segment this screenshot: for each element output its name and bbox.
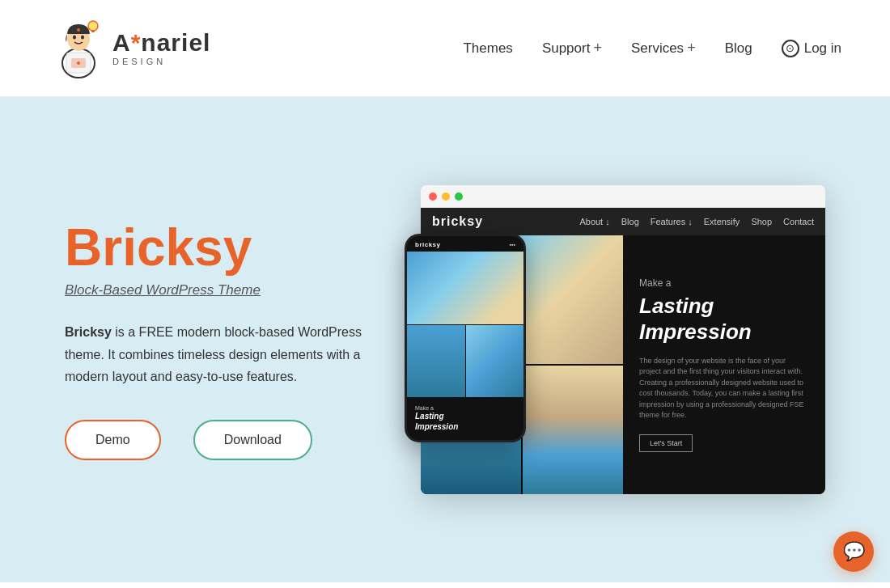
main-nav: Themes Support + Services + Blog ⊙ Log i… xyxy=(463,40,841,57)
hero-description: Bricksy is a FREE modern block-based Wor… xyxy=(65,321,388,387)
theme-nav-blog: Blog xyxy=(621,217,639,226)
theme-preview: bricksy About ↓ Blog Features ↓ Extensif… xyxy=(421,185,825,494)
mobile-pier-image xyxy=(466,325,524,398)
nav-item-services[interactable]: Services + xyxy=(631,40,696,57)
hero-subtitle: Block-Based WordPress Theme xyxy=(65,282,388,298)
chat-icon: 💬 xyxy=(843,541,865,562)
browser-minimize-dot xyxy=(442,192,450,201)
browser-maximize-dot xyxy=(455,192,463,201)
theme-nav-features: Features ↓ xyxy=(651,217,693,226)
desktop-cta-button[interactable]: Let's Start xyxy=(639,434,693,452)
mobile-tagline: Lasting Impression xyxy=(415,411,515,432)
svg-point-7 xyxy=(77,61,80,65)
nav-item-themes[interactable]: Themes xyxy=(463,40,512,57)
pier-image xyxy=(523,366,623,494)
hero-title: Bricksy xyxy=(65,219,388,276)
logo-tagline: DESIGN xyxy=(112,57,210,66)
logo-name: A*nariel xyxy=(112,31,210,55)
mobile-mockup: bricksy ▪▪▪ Make a Lasting Impression xyxy=(405,234,526,442)
mobile-status-bar: bricksy ▪▪▪ xyxy=(407,236,523,252)
svg-point-3 xyxy=(81,35,84,39)
browser-top-bar xyxy=(421,185,825,208)
mobile-make-label: Make a xyxy=(415,405,515,411)
theme-nav-links: About ↓ Blog Features ↓ Extensify Shop C… xyxy=(579,217,814,226)
hero-buttons: Demo Download xyxy=(65,420,388,460)
theme-hero-text-panel: Make a Lasting Impression The design of … xyxy=(623,235,825,494)
theme-nav-shop: Shop xyxy=(751,217,772,226)
theme-nav-about: About ↓ xyxy=(579,217,609,226)
mobile-status-icons: ▪▪▪ xyxy=(510,242,515,247)
mobile-beach-image xyxy=(407,252,523,324)
desktop-body-text: The design of your website is the face o… xyxy=(639,356,809,421)
desktop-tagline: Lasting Impression xyxy=(639,294,809,344)
logo-text: A*nariel DESIGN xyxy=(112,31,210,66)
hero-text-content: Bricksy Block-Based WordPress Theme Bric… xyxy=(65,219,388,460)
theme-brand-label: bricksy xyxy=(432,214,483,229)
demo-button[interactable]: Demo xyxy=(65,420,161,460)
site-header: A*nariel DESIGN Themes Support + Service… xyxy=(0,0,890,97)
mobile-caption: Make a Lasting Impression xyxy=(407,397,523,440)
hero-section: Bricksy Block-Based WordPress Theme Bric… xyxy=(0,97,890,582)
support-plus-icon: + xyxy=(593,40,602,57)
user-account-icon: ⊙ xyxy=(782,40,799,57)
svg-point-2 xyxy=(73,35,76,39)
mobile-bottom-images xyxy=(407,325,523,398)
nav-item-blog[interactable]: Blog xyxy=(725,40,752,57)
theme-navbar: bricksy About ↓ Blog Features ↓ Extensif… xyxy=(421,208,825,235)
svg-point-8 xyxy=(88,21,98,31)
theme-nav-extensify: Extensify xyxy=(704,217,740,226)
svg-point-4 xyxy=(77,28,80,32)
mobile-image-area xyxy=(407,252,523,397)
services-plus-icon: + xyxy=(687,40,696,57)
login-button[interactable]: ⊙ Log in xyxy=(782,40,841,57)
chat-bubble-button[interactable]: 💬 xyxy=(833,531,874,572)
browser-close-dot xyxy=(429,192,437,201)
nav-item-support[interactable]: Support + xyxy=(542,40,602,57)
theme-nav-contact: Contact xyxy=(783,217,814,226)
mobile-resort-image xyxy=(407,325,465,398)
download-button[interactable]: Download xyxy=(193,420,312,460)
desktop-make-label: Make a xyxy=(639,277,809,289)
svg-rect-9 xyxy=(91,30,95,32)
logo-character-icon xyxy=(49,16,109,81)
mobile-brand-label: bricksy xyxy=(415,241,441,248)
logo[interactable]: A*nariel DESIGN xyxy=(49,16,210,81)
